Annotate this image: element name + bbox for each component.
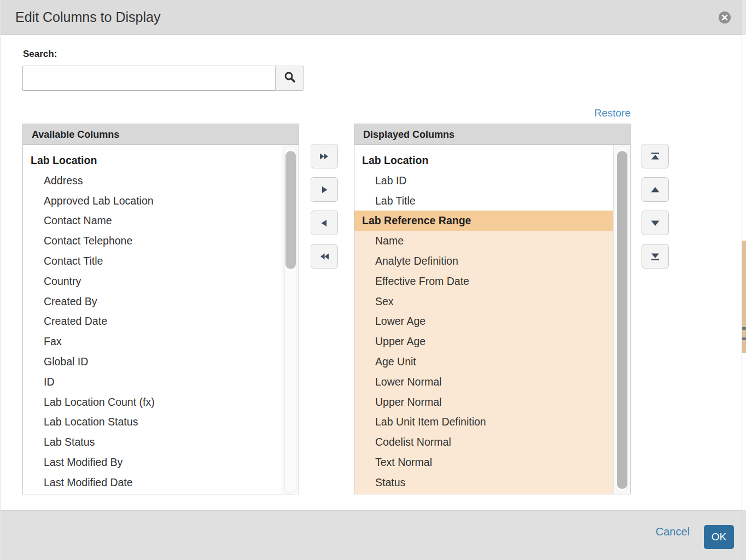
column-item[interactable]: Status bbox=[354, 472, 613, 493]
column-item[interactable]: Contact Telephone bbox=[23, 231, 282, 251]
move-to-bottom-button[interactable] bbox=[642, 244, 669, 269]
column-group-item[interactable]: Lab Location bbox=[23, 150, 282, 171]
ok-button[interactable]: OK bbox=[704, 525, 734, 549]
column-item[interactable]: Lab Location Count (fx) bbox=[23, 392, 282, 412]
double-arrow-left-icon bbox=[319, 251, 330, 262]
background-segment bbox=[742, 327, 746, 330]
dialog-footer: Cancel OK bbox=[1, 510, 742, 560]
column-item[interactable]: Address bbox=[23, 171, 282, 191]
list-filler bbox=[354, 493, 613, 494]
move-to-top-button[interactable] bbox=[642, 144, 669, 168]
screen: Edit Columns to Display Search: bbox=[0, 0, 746, 560]
move-up-button[interactable] bbox=[642, 177, 669, 202]
arrow-to-bottom-icon bbox=[650, 251, 661, 262]
restore-link[interactable]: Restore bbox=[354, 107, 631, 119]
available-scrollbar-thumb[interactable] bbox=[285, 151, 296, 269]
arrow-to-top-icon bbox=[650, 151, 661, 162]
column-item[interactable]: Codelist Normal bbox=[354, 432, 613, 452]
background-segment bbox=[742, 0, 746, 35]
list-filler bbox=[23, 493, 282, 494]
column-item[interactable]: Analyte Definition bbox=[354, 251, 613, 271]
column-item[interactable]: ID bbox=[23, 372, 282, 392]
column-item[interactable]: Fax bbox=[23, 331, 282, 352]
arrow-up-icon bbox=[650, 184, 661, 195]
move-down-button[interactable] bbox=[642, 211, 669, 235]
edit-columns-dialog: Edit Columns to Display Search: bbox=[0, 0, 742, 560]
close-icon[interactable] bbox=[718, 11, 731, 24]
arrow-left-icon bbox=[319, 218, 330, 229]
column-item[interactable]: Lab Title bbox=[354, 191, 613, 211]
column-item[interactable]: Lab Location Status bbox=[23, 412, 282, 432]
dialog-header: Edit Columns to Display bbox=[1, 0, 742, 35]
column-group-item[interactable]: Lab Reference Range bbox=[354, 211, 613, 231]
background-segment bbox=[742, 337, 746, 340]
arrow-down-icon bbox=[650, 218, 661, 229]
reorder-button-column bbox=[642, 144, 669, 269]
move-right-button[interactable] bbox=[311, 177, 338, 202]
displayed-scrollbar-track[interactable] bbox=[613, 145, 630, 494]
column-item[interactable]: Text Normal bbox=[354, 452, 613, 472]
transfer-button-column bbox=[311, 144, 338, 269]
available-scrollbar-track[interactable] bbox=[282, 145, 299, 494]
search-button[interactable] bbox=[275, 66, 304, 91]
column-item[interactable]: Created By bbox=[23, 291, 282, 312]
column-item[interactable]: Lab Unit Item Definition bbox=[354, 412, 613, 432]
double-arrow-right-icon bbox=[319, 151, 330, 162]
search-input[interactable] bbox=[22, 66, 275, 91]
column-item[interactable]: Global ID bbox=[23, 352, 282, 372]
column-item[interactable]: Lab ID bbox=[354, 171, 613, 191]
column-item[interactable]: Contact Title bbox=[23, 251, 282, 271]
displayed-columns-header: Displayed Columns bbox=[354, 124, 630, 145]
search-icon bbox=[283, 71, 296, 86]
displayed-scrollbar-thumb[interactable] bbox=[617, 151, 627, 489]
column-item[interactable]: Name bbox=[354, 231, 613, 251]
column-item[interactable]: Country bbox=[23, 271, 282, 291]
available-columns-header: Available Columns bbox=[23, 124, 299, 145]
background-page-sliver bbox=[742, 0, 746, 560]
search-label: Search: bbox=[23, 49, 57, 60]
available-columns-box: Available Columns Lab LocationAddressApp… bbox=[22, 124, 299, 494]
column-item[interactable]: Created Date bbox=[23, 311, 282, 331]
column-item[interactable]: Upper Normal bbox=[354, 392, 613, 412]
arrow-right-icon bbox=[319, 184, 330, 195]
displayed-columns-list: Lab LocationLab IDLab TitleLab Reference… bbox=[354, 145, 613, 494]
move-all-left-button[interactable] bbox=[311, 244, 338, 269]
column-item[interactable]: Lower Normal bbox=[354, 372, 613, 392]
background-segment bbox=[742, 241, 746, 353]
column-item[interactable]: Sex bbox=[354, 291, 613, 312]
background-segment bbox=[742, 510, 746, 560]
cancel-button[interactable]: Cancel bbox=[656, 526, 690, 538]
column-item[interactable]: Last Modified Date bbox=[23, 472, 282, 493]
column-item[interactable]: Last Modified By bbox=[23, 452, 282, 472]
move-left-button[interactable] bbox=[311, 211, 338, 235]
displayed-columns-box: Displayed Columns Lab LocationLab IDLab … bbox=[354, 124, 631, 494]
dialog-title: Edit Columns to Display bbox=[15, 0, 160, 34]
column-item[interactable]: Approved Lab Location bbox=[23, 191, 282, 211]
column-group-item[interactable]: Lab Location bbox=[354, 150, 613, 171]
column-item[interactable]: Lower Age bbox=[354, 311, 613, 331]
column-item[interactable]: Effective From Date bbox=[354, 271, 613, 291]
search-bar bbox=[22, 66, 304, 91]
available-columns-list: Lab LocationAddressApproved Lab Location… bbox=[23, 145, 282, 494]
column-item[interactable]: Lab Status bbox=[23, 432, 282, 452]
column-item[interactable]: Age Unit bbox=[354, 352, 613, 372]
move-all-right-button[interactable] bbox=[311, 144, 338, 168]
column-item[interactable]: Upper Age bbox=[354, 331, 613, 352]
column-item[interactable]: Contact Name bbox=[23, 211, 282, 231]
